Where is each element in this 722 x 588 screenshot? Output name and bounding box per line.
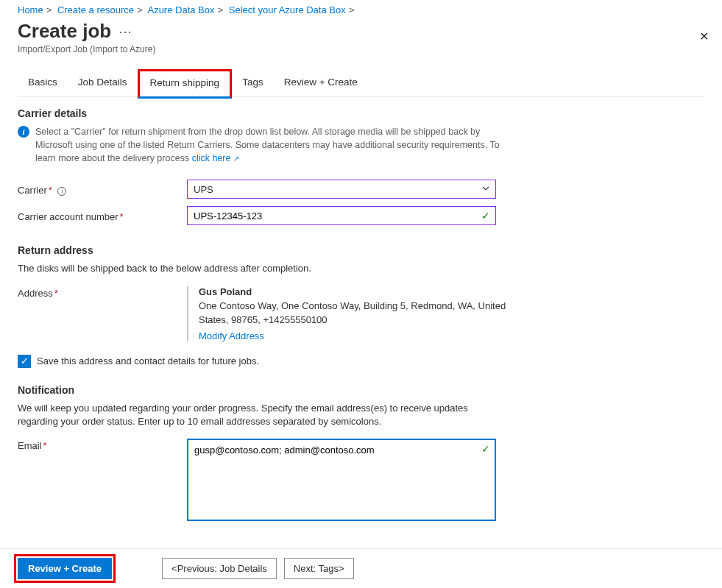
footer: Review + Create <Previous: Job Details N… (0, 548, 722, 588)
page-title: Create job (18, 20, 111, 43)
info-icon: i (18, 126, 29, 138)
close-icon[interactable]: ✕ (699, 29, 709, 43)
next-button[interactable]: Next: Tags> (284, 558, 354, 579)
external-link-icon: ↗ (233, 155, 239, 163)
tab-tags[interactable]: Tags (232, 69, 274, 96)
notification-heading: Notification (18, 384, 704, 396)
carrier-info-text: Select a "Carrier" for return shipment f… (35, 125, 503, 165)
save-address-checkbox[interactable]: ✓ (18, 355, 31, 368)
delivery-process-link[interactable]: click here ↗ (192, 153, 239, 163)
check-icon: ✓ (481, 210, 490, 222)
tab-review-create[interactable]: Review + Create (274, 69, 368, 96)
breadcrumb-create-resource[interactable]: Create a resource (57, 4, 134, 15)
check-icon: ✓ (481, 443, 490, 455)
modify-address-link[interactable]: Modify Address (199, 330, 264, 341)
address-name: Gus Poland (199, 286, 511, 297)
tabs: Basics Job Details Return shipping Tags … (18, 69, 704, 97)
notification-desc: We will keep you updated regarding your … (18, 402, 503, 428)
email-label: Email* (18, 439, 187, 451)
carrier-label: Carrier* i (18, 183, 187, 196)
address-line: One Contoso Way, One Contoso Way, Buildi… (199, 299, 511, 327)
tab-basics[interactable]: Basics (18, 69, 68, 96)
review-create-button[interactable]: Review + Create (18, 558, 112, 579)
breadcrumb-home[interactable]: Home (18, 4, 43, 15)
carrier-details-heading: Carrier details (18, 107, 704, 119)
previous-button[interactable]: <Previous: Job Details (162, 558, 277, 579)
tab-return-shipping[interactable]: Return shipping (138, 69, 233, 99)
more-actions-icon[interactable]: ⋯ (118, 24, 132, 40)
tab-job-details[interactable]: Job Details (68, 69, 138, 96)
address-label: Address* (18, 286, 187, 299)
carrier-account-label: Carrier account number* (18, 210, 187, 222)
save-address-label: Save this address and contact details fo… (37, 355, 259, 366)
carrier-select[interactable]: UPS (187, 180, 496, 199)
page-subtitle: Import/Export Job (Import to Azure) (18, 44, 704, 54)
return-address-desc: The disks will be shipped back to the be… (18, 262, 503, 275)
return-address-heading: Return address (18, 244, 704, 256)
breadcrumb-azure-data-box[interactable]: Azure Data Box (147, 4, 214, 15)
carrier-account-input[interactable] (187, 206, 496, 225)
breadcrumb-select-data-box[interactable]: Select your Azure Data Box (229, 4, 346, 15)
address-block: Gus Poland One Contoso Way, One Contoso … (187, 286, 511, 341)
breadcrumb: Home> Create a resource> Azure Data Box>… (18, 4, 704, 15)
info-hint-icon[interactable]: i (57, 187, 66, 196)
email-textarea[interactable]: gusp@contoso.com; admin@contoso.com (187, 439, 496, 521)
